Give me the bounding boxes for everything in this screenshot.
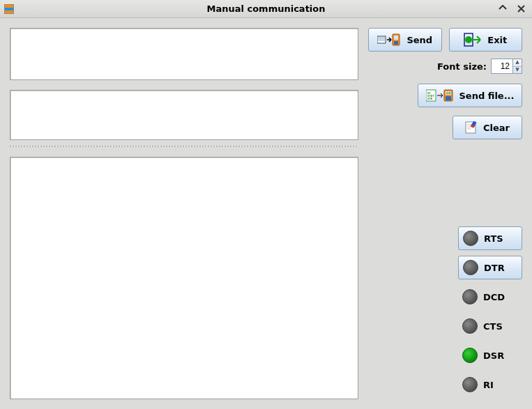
signal-panel: RTSDTRDCDCTSDSRRI: [368, 226, 522, 399]
svg-text:OK: OK: [446, 91, 451, 95]
signal-lamp-icon: [462, 289, 478, 304]
clear-button[interactable]: Clear: [453, 116, 522, 139]
pane-separator[interactable]: [10, 146, 358, 147]
signal-label: DTR: [484, 263, 505, 273]
signal-lamp-icon: [463, 260, 478, 275]
svg-rect-1: [378, 37, 385, 41]
signal-label: CTS: [483, 321, 503, 332]
client-area: Send Exit Font size:: [0, 18, 532, 409]
log-output[interactable]: [10, 157, 358, 399]
send-file-icon: AT ATDT ATH OK: [426, 88, 454, 102]
close-button[interactable]: [515, 3, 526, 15]
app-icon: [4, 4, 14, 14]
clear-icon: [465, 121, 478, 134]
svg-rect-3: [394, 36, 398, 40]
signal-cts: CTS: [458, 314, 522, 338]
window: Manual communication: [0, 0, 532, 409]
send-file-button[interactable]: AT ATDT ATH OK Send file...: [418, 84, 522, 107]
exit-button-label: Exit: [487, 35, 507, 45]
signal-dsr: DSR: [458, 344, 522, 367]
font-size-label: Font size:: [437, 61, 487, 72]
signal-lamp-icon: [462, 318, 478, 334]
svg-text:ATH: ATH: [427, 97, 433, 100]
svg-rect-4: [394, 41, 398, 45]
send-button[interactable]: Send: [368, 28, 442, 52]
signal-dcd: DCD: [458, 285, 522, 309]
font-size-input[interactable]: [491, 59, 513, 74]
send-icon: [377, 33, 401, 47]
font-size-row: Font size: ▲ ▼: [368, 59, 522, 74]
font-size-down[interactable]: ▼: [513, 67, 522, 74]
signal-ri: RI: [458, 373, 522, 396]
titlebar: Manual communication: [0, 0, 532, 18]
font-size-spinner[interactable]: ▲ ▼: [491, 59, 522, 74]
send-file-button-label: Send file...: [459, 91, 515, 101]
signal-lamp-icon: [462, 377, 478, 392]
svg-rect-14: [446, 96, 451, 100]
exit-button[interactable]: Exit: [449, 28, 523, 52]
signal-label: DCD: [483, 292, 505, 302]
minimize-button[interactable]: [497, 3, 508, 15]
send-text-input[interactable]: [10, 28, 358, 80]
clear-button-label: Clear: [483, 123, 510, 133]
exit-icon: [464, 33, 482, 47]
font-size-up[interactable]: ▲: [513, 59, 522, 67]
signal-label: RTS: [484, 233, 503, 244]
window-title: Manual communication: [0, 3, 532, 14]
signal-rts[interactable]: RTS: [458, 226, 522, 250]
signal-label: RI: [483, 380, 494, 390]
right-column: Send Exit Font size:: [368, 28, 522, 399]
signal-lamp-icon: [463, 231, 478, 246]
svg-point-6: [465, 36, 472, 43]
signal-label: DSR: [483, 350, 504, 361]
left-column: [10, 28, 358, 399]
signal-lamp-icon: [462, 348, 478, 363]
send-button-label: Send: [406, 35, 432, 45]
signal-dtr[interactable]: DTR: [458, 256, 522, 279]
echo-output[interactable]: [10, 90, 358, 140]
